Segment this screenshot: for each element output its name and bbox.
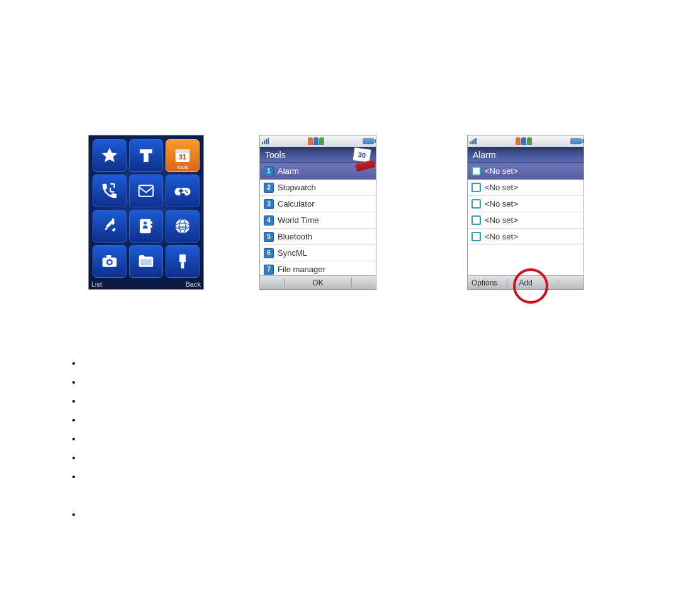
checkbox-icon[interactable] — [471, 183, 481, 192]
carrier-t-icon[interactable] — [129, 139, 163, 172]
softkey-bar: Options Add — [468, 275, 584, 289]
calendar-tools-icon[interactable]: 31 Tools — [166, 139, 200, 172]
file-manager-folder-icon[interactable] — [129, 245, 163, 278]
item-number-icon: 1 — [264, 166, 274, 176]
svg-rect-6 — [151, 226, 153, 228]
instruction-bullets — [71, 358, 82, 528]
contacts-phonebook-icon[interactable] — [129, 210, 163, 243]
settings-tools-icon[interactable] — [93, 210, 127, 243]
svg-rect-15 — [179, 255, 186, 263]
tool-item-syncml[interactable]: 6 SyncML — [260, 245, 376, 261]
item-number-icon: 2 — [264, 183, 274, 193]
svg-rect-16 — [181, 262, 184, 268]
phone-tools-menu: Tools 30 1 Alarm 2 Stopwatch 3 Calculato… — [259, 135, 376, 290]
checkbox-icon[interactable] — [471, 166, 481, 176]
calendar-caption: Tools — [166, 164, 199, 170]
camera-icon[interactable] — [93, 245, 127, 278]
alarm-list: <No set> <No set> <No set> <No set> <No … — [468, 163, 584, 275]
tool-item-bluetooth[interactable]: 5 Bluetooth — [260, 229, 376, 245]
status-bar — [468, 135, 584, 147]
tool-item-file-manager[interactable]: 7 File manager — [260, 261, 376, 275]
item-number-icon: 3 — [264, 199, 274, 209]
phone1-softkeys: List Back — [91, 280, 201, 288]
item-label: File manager — [278, 265, 325, 274]
item-number-icon: 6 — [264, 248, 274, 258]
softkey-bar: OK — [260, 275, 376, 289]
phone-alarm-list: Alarm <No set> <No set> <No set> <No set… — [467, 135, 584, 290]
messaging-envelope-icon[interactable] — [129, 175, 163, 207]
alarm-label: <No set> — [485, 199, 518, 209]
softkey-add[interactable]: Add — [519, 278, 532, 287]
tool-item-stopwatch[interactable]: 2 Stopwatch — [260, 180, 376, 196]
battery-icon — [363, 138, 374, 144]
page-title: Tools — [265, 150, 286, 160]
phone-screenshots-row: 31 Tools www — [88, 135, 584, 290]
item-label: SyncML — [278, 248, 307, 258]
calendar-deco-icon: 30 — [351, 148, 373, 167]
item-label: Bluetooth — [278, 232, 312, 241]
tool-item-calculator[interactable]: 3 Calculator — [260, 196, 376, 212]
alarm-slot-3[interactable]: <No set> — [468, 196, 584, 212]
checkbox-icon[interactable] — [471, 232, 481, 241]
checkbox-icon[interactable] — [471, 199, 481, 209]
softkey-options[interactable]: Options — [468, 276, 501, 289]
item-number-icon: 4 — [264, 215, 274, 226]
presence-icon — [516, 137, 532, 145]
item-label: World Time — [278, 215, 319, 225]
svg-text:www: www — [178, 224, 188, 229]
menu-grid: 31 Tools www — [93, 139, 200, 278]
tool-item-world-time[interactable]: 4 World Time — [260, 212, 376, 229]
signal-icon — [262, 138, 269, 144]
item-label: Stopwatch — [278, 183, 316, 192]
svg-point-13 — [108, 261, 111, 264]
alarm-label: <No set> — [485, 183, 518, 192]
softkey-back[interactable]: Back — [186, 280, 201, 288]
alarm-label: <No set> — [485, 166, 518, 176]
signal-icon — [470, 138, 477, 144]
page-title: Alarm — [473, 150, 496, 160]
item-label: Calculator — [278, 199, 315, 209]
softkey-ok[interactable]: OK — [312, 278, 323, 287]
status-bar — [260, 135, 376, 147]
themes-brush-icon[interactable] — [166, 245, 200, 278]
alarm-slot-5[interactable]: <No set> — [468, 229, 584, 245]
phone-main-menu: 31 Tools www — [88, 135, 204, 290]
games-controller-icon[interactable] — [166, 175, 200, 207]
alarm-slot-4[interactable]: <No set> — [468, 212, 584, 229]
softkey-list[interactable]: List — [91, 280, 102, 288]
checkbox-icon[interactable] — [471, 215, 481, 225]
svg-rect-2 — [139, 185, 154, 197]
item-number-icon: 7 — [264, 265, 274, 275]
tools-list: 1 Alarm 2 Stopwatch 3 Calculator 4 World… — [260, 163, 376, 275]
item-label: Alarm — [278, 166, 299, 176]
battery-icon — [570, 138, 582, 144]
title-bar: Tools 30 — [260, 147, 376, 163]
alarm-label: <No set> — [485, 232, 518, 241]
svg-rect-3 — [112, 219, 115, 225]
svg-rect-5 — [151, 222, 153, 224]
alarm-slot-2[interactable]: <No set> — [468, 180, 584, 196]
browser-www-icon[interactable]: www — [166, 210, 200, 243]
alarm-slot-1[interactable]: <No set> — [468, 163, 584, 180]
alarm-label: <No set> — [485, 215, 518, 225]
svg-rect-14 — [106, 255, 111, 258]
title-bar: Alarm — [468, 147, 584, 163]
item-number-icon: 5 — [264, 232, 274, 242]
calendar-day: 31 — [179, 153, 187, 161]
favorites-star-icon[interactable] — [93, 139, 127, 172]
call-log-icon[interactable] — [93, 175, 127, 207]
presence-icon — [308, 137, 324, 145]
